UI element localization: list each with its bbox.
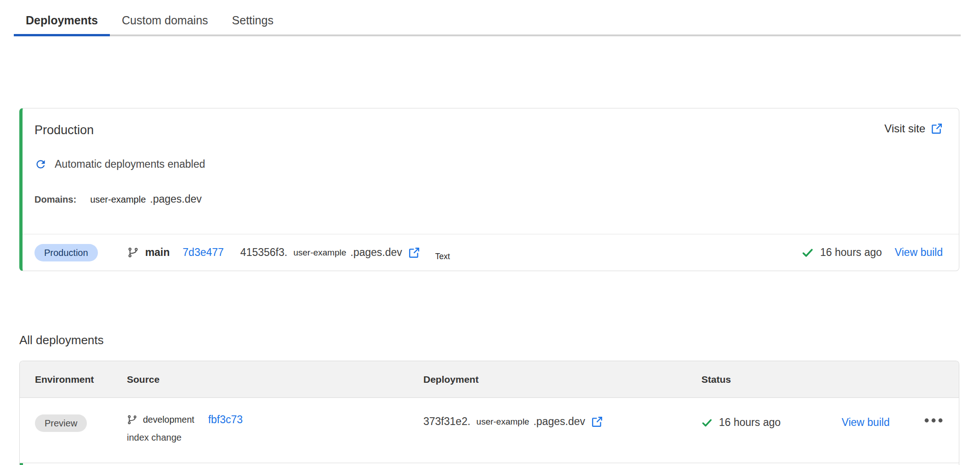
- view-build-link[interactable]: View build: [842, 416, 889, 428]
- deployment-host: user-example: [476, 417, 529, 427]
- all-deployments-title: All deployments: [19, 333, 980, 347]
- domains-label: Domains:: [34, 193, 76, 206]
- environment-badge: Preview: [35, 414, 87, 432]
- tab-deployments[interactable]: Deployments: [14, 10, 110, 34]
- domain-suffix: .pages.dev: [150, 192, 202, 206]
- production-card: Production Visit site Automatic deployme…: [19, 108, 959, 271]
- deploy-time: 16 hours ago: [719, 416, 781, 429]
- refresh-icon: [34, 158, 47, 170]
- check-icon: [701, 417, 712, 428]
- production-card-title: Production: [34, 122, 94, 138]
- deployment-id: 415356f3.: [240, 246, 287, 259]
- deploy-time: 16 hours ago: [820, 246, 882, 259]
- column-deployment: Deployment: [423, 374, 701, 385]
- commit-message: index change: [127, 431, 423, 443]
- ellipsis-menu-icon: [924, 418, 943, 423]
- tab-bar: Deployments Custom domains Settings: [14, 10, 961, 36]
- table-header: Environment Source Deployment Status: [20, 361, 959, 398]
- domain-name: user-example: [90, 193, 146, 206]
- deployment-host: user-example: [293, 248, 346, 258]
- deployment-id: 373f31e2.: [423, 415, 470, 428]
- column-source: Source: [127, 374, 423, 385]
- external-link-icon: [931, 123, 943, 135]
- tab-custom-domains[interactable]: Custom domains: [110, 10, 220, 34]
- auto-deploy-text: Automatic deployments enabled: [55, 157, 205, 171]
- table-row: Preview development fbf3c73 index change: [20, 398, 959, 463]
- visit-site-link[interactable]: Visit site: [884, 122, 943, 135]
- git-branch-icon: [127, 414, 137, 425]
- external-link-icon[interactable]: [408, 247, 420, 259]
- visit-site-label: Visit site: [884, 122, 925, 135]
- column-environment: Environment: [35, 374, 127, 385]
- column-status: Status: [701, 374, 821, 385]
- view-build-link[interactable]: View build: [895, 246, 943, 259]
- environment-badge: Production: [34, 244, 98, 261]
- tab-settings[interactable]: Settings: [220, 10, 285, 34]
- next-row-cutoff: [20, 463, 959, 465]
- branch-name: development: [143, 414, 194, 425]
- production-deployment-row: Production main 7d3e477 415356f3. user-e…: [23, 234, 959, 271]
- text-note: Text: [435, 252, 450, 261]
- check-icon: [802, 247, 814, 259]
- commit-link[interactable]: fbf3c73: [208, 414, 243, 426]
- domains-row: Domains: user-example .pages.dev: [34, 192, 959, 234]
- deployment-suffix: .pages.dev: [533, 415, 585, 428]
- row-menu-button[interactable]: [908, 398, 959, 423]
- git-branch-icon: [127, 247, 139, 258]
- deployment-suffix: .pages.dev: [350, 246, 402, 259]
- deployments-table: Environment Source Deployment Status Pre…: [19, 361, 959, 465]
- commit-link[interactable]: 7d3e477: [182, 246, 224, 259]
- external-link-icon[interactable]: [591, 416, 603, 428]
- branch-name: main: [145, 246, 170, 259]
